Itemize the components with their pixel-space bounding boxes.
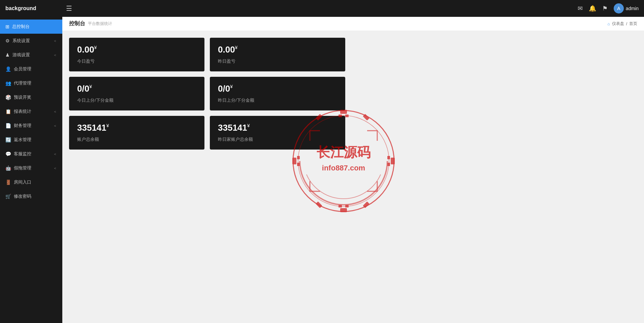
sidebar-label-system-settings: 系统设置	[12, 38, 51, 44]
sidebar-item-room-entrance[interactable]: 🚪 房间入口	[0, 175, 62, 189]
stat-value-yesterday-balance: 335141¥	[218, 123, 337, 133]
sidebar-item-finance-management[interactable]: 📄 财务管理 ＜	[0, 119, 62, 133]
stat-label-today-balance: 账户总余额	[77, 136, 196, 142]
page-title: 控制台	[69, 20, 85, 27]
sidebar-icon-room-entrance: 🚪	[5, 180, 11, 185]
home-icon: ⌂	[607, 22, 610, 26]
stat-label-yesterday-balance: 昨日家账户总余额	[218, 136, 337, 142]
sidebar-icon-report-stats: 📋	[5, 109, 11, 114]
sidebar-label-bot-management: 假拖管理	[14, 165, 51, 171]
topnav-right-section: ✉ 🔔 ⚑ A admin	[578, 3, 639, 13]
stat-label-today-profit: 今日盈亏	[77, 58, 196, 64]
top-navigation: background ☰ ✉ 🔔 ⚑ A admin	[0, 0, 644, 17]
sidebar-icon-bot-management: 🤖	[5, 165, 11, 171]
stat-value-yesterday-transfer: 0/0¥	[218, 84, 337, 94]
sidebar-item-report-stats[interactable]: 📋 报表统计 ＜	[0, 104, 62, 119]
stat-card-today-profit: 0.00¥ 今日盈亏	[69, 38, 204, 71]
stat-card-yesterday-transfer: 0/0¥ 昨日上分/下分金额	[210, 77, 345, 110]
sidebar-arrow-bot-management: ＜	[53, 166, 57, 171]
sidebar-item-game-settings[interactable]: ♟ 游戏设置 ＜	[0, 48, 62, 62]
breadcrumb-left: 控制台 平台数据统计	[69, 20, 112, 27]
sidebar-arrow-game-settings: ＜	[53, 53, 57, 58]
breadcrumb-home-label[interactable]: 仪表盘	[612, 21, 624, 27]
sidebar-label-agent-management: 代理管理	[14, 80, 57, 86]
app-logo: background	[5, 5, 66, 11]
username-label: admin	[626, 6, 639, 11]
flag-icon[interactable]: ⚑	[602, 5, 608, 12]
sidebar-icon-cashback-management: 🔄	[5, 137, 11, 142]
sidebar-item-agent-management[interactable]: 👥 代理管理	[0, 76, 62, 90]
stat-label-yesterday-profit: 昨日盈亏	[218, 58, 337, 64]
sidebar-icon-change-password: 🛒	[5, 194, 11, 199]
sidebar-icon-system-settings: ⚙	[5, 38, 10, 43]
sidebar-item-change-password[interactable]: 🛒 修改密码	[0, 189, 62, 203]
sidebar-item-customer-monitor[interactable]: 💬 客服监控 ＜	[0, 147, 62, 161]
sidebar: ⊞ 总控制台 ⚙ 系统设置 ＜ ♟ 游戏设置 ＜ 👤 会员管理 👥 代理管理 🎲…	[0, 17, 62, 323]
sidebar-arrow-customer-monitor: ＜	[53, 152, 57, 157]
stats-grid: 0.00¥ 今日盈亏 0.00¥ 昨日盈亏 0/0¥ 今日上分/下分金额 0/0…	[69, 38, 345, 150]
sidebar-label-cashback-management: 返水管理	[14, 137, 57, 143]
sidebar-label-finance-management: 财务管理	[14, 123, 51, 129]
sidebar-label-report-stats: 报表统计	[14, 108, 51, 115]
mail-icon[interactable]: ✉	[578, 5, 583, 12]
page-subtitle: 平台数据统计	[88, 21, 112, 27]
stat-value-today-balance: 335141¥	[77, 123, 196, 133]
bell-icon[interactable]: 🔔	[589, 5, 596, 12]
sidebar-item-dashboard[interactable]: ⊞ 总控制台	[0, 20, 62, 34]
sidebar-item-cashback-management[interactable]: 🔄 返水管理	[0, 133, 62, 147]
sidebar-item-member-management[interactable]: 👤 会员管理	[0, 62, 62, 76]
sidebar-label-room-entrance: 房间入口	[14, 179, 57, 185]
stat-value-today-profit: 0.00¥	[77, 44, 196, 55]
stat-card-yesterday-profit: 0.00¥ 昨日盈亏	[210, 38, 345, 71]
sidebar-item-lottery-preview[interactable]: 🎲 预设开奖	[0, 90, 62, 104]
stats-content: 0.00¥ 今日盈亏 0.00¥ 昨日盈亏 0/0¥ 今日上分/下分金额 0/0…	[62, 31, 644, 156]
avatar: A	[614, 3, 624, 13]
menu-toggle-icon[interactable]: ☰	[66, 4, 72, 12]
sidebar-icon-customer-monitor: 💬	[5, 151, 11, 157]
sidebar-item-bot-management[interactable]: 🤖 假拖管理 ＜	[0, 161, 62, 175]
stat-value-yesterday-profit: 0.00¥	[218, 44, 337, 55]
breadcrumb-right: ⌂ 仪表盘 / 首页	[607, 21, 637, 27]
sidebar-label-game-settings: 游戏设置	[12, 52, 51, 58]
main-content: 控制台 平台数据统计 ⌂ 仪表盘 / 首页 0.00¥ 今日盈亏 0.00¥ 昨…	[62, 17, 644, 323]
stat-label-yesterday-transfer: 昨日上分/下分金额	[218, 97, 337, 103]
sidebar-icon-lottery-preview: 🎲	[5, 95, 11, 100]
sidebar-arrow-finance-management: ＜	[53, 123, 57, 128]
stat-value-today-transfer: 0/0¥	[77, 84, 196, 94]
sidebar-icon-dashboard: ⊞	[5, 24, 9, 29]
stat-card-yesterday-balance: 335141¥ 昨日家账户总余额	[210, 116, 345, 150]
sidebar-arrow-system-settings: ＜	[53, 38, 57, 43]
sidebar-icon-agent-management: 👥	[5, 80, 11, 86]
sidebar-label-lottery-preview: 预设开奖	[14, 94, 57, 100]
breadcrumb-separator: /	[626, 22, 627, 26]
sidebar-icon-game-settings: ♟	[5, 52, 10, 58]
sidebar-icon-finance-management: 📄	[5, 123, 11, 128]
breadcrumb-current-label: 首页	[629, 21, 637, 27]
stat-card-today-transfer: 0/0¥ 今日上分/下分金额	[69, 77, 204, 110]
sidebar-label-dashboard: 总控制台	[12, 24, 57, 30]
stat-label-today-transfer: 今日上分/下分金额	[77, 97, 196, 103]
sidebar-label-member-management: 会员管理	[14, 66, 57, 72]
sidebar-label-change-password: 修改密码	[14, 193, 57, 199]
user-menu[interactable]: A admin	[614, 3, 639, 13]
main-layout: ⊞ 总控制台 ⚙ 系统设置 ＜ ♟ 游戏设置 ＜ 👤 会员管理 👥 代理管理 🎲…	[0, 17, 644, 323]
stat-card-today-balance: 335141¥ 账户总余额	[69, 116, 204, 150]
sidebar-arrow-report-stats: ＜	[53, 109, 57, 114]
sidebar-item-system-settings[interactable]: ⚙ 系统设置 ＜	[0, 34, 62, 48]
breadcrumb-bar: 控制台 平台数据统计 ⌂ 仪表盘 / 首页	[62, 17, 644, 31]
sidebar-icon-member-management: 👤	[5, 66, 11, 72]
sidebar-label-customer-monitor: 客服监控	[14, 151, 51, 157]
